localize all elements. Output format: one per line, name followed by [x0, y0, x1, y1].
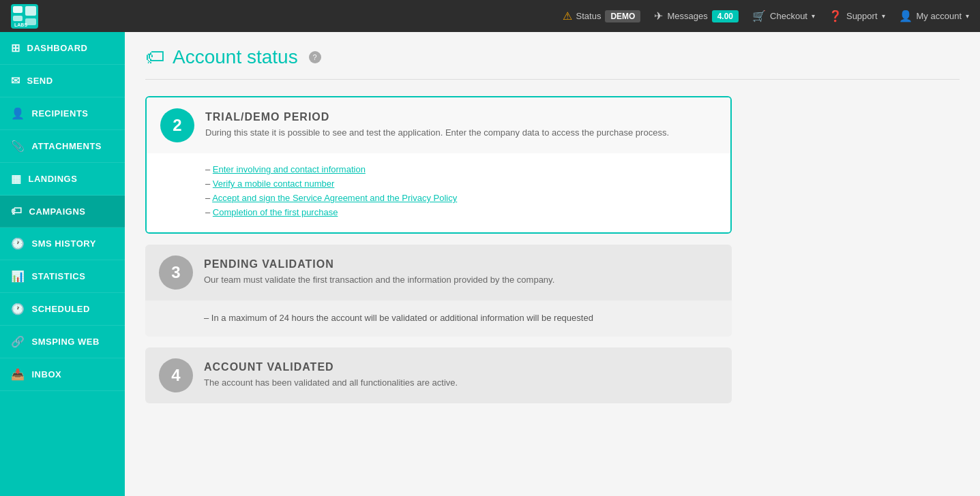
- step-2-title: TRIAL/DEMO PERIOD: [205, 111, 717, 123]
- step-2-link-2: – Verify a mobile contact number: [205, 179, 717, 189]
- sidebar-label-campaigns: CAMPAIGNS: [29, 206, 86, 217]
- attachments-icon: 📎: [11, 140, 25, 153]
- sidebar-item-send[interactable]: ✉ SEND: [0, 65, 125, 97]
- main-layout: ⊞ DASHBOARD ✉ SEND 👤 RECIPIENTS 📎 ATTACH…: [0, 32, 980, 496]
- step-3-body: – In a maximum of 24 hours the account w…: [145, 300, 732, 337]
- logo-icon: LABS: [11, 4, 38, 29]
- inbox-icon: 📥: [11, 368, 25, 381]
- status-indicator: ⚠ Status DEMO: [563, 10, 641, 22]
- page-header: 🏷 Account status ?: [145, 46, 960, 80]
- landings-icon: ▦: [11, 172, 22, 185]
- link-verify-mobile[interactable]: Verify a mobile contact number: [213, 179, 334, 189]
- link-involving-contact[interactable]: Enter involving and contact information: [213, 164, 366, 174]
- sidebar-item-sms-history[interactable]: 🕐 SMS HISTORY: [0, 228, 125, 260]
- warning-icon: ⚠: [563, 10, 572, 22]
- step-2-description: During this state it is possible to see …: [205, 126, 717, 140]
- dashboard-icon: ⊞: [11, 42, 20, 55]
- step-3-number: 3: [159, 255, 193, 290]
- checkout-icon: 🛒: [752, 10, 766, 22]
- svg-rect-2: [25, 6, 36, 16]
- step-3-description: Our team must validate the first transac…: [204, 273, 718, 287]
- send-icon: ✉: [11, 74, 20, 87]
- sidebar-label-inbox: INBOX: [32, 369, 62, 379]
- recipients-icon: 👤: [11, 107, 25, 120]
- step-2-link-3: – Accept and sign the Service Agreement …: [205, 193, 717, 203]
- main-content: 🏷 Account status ? 2 TRIAL/DEMO PERIOD D…: [125, 32, 980, 496]
- messages-nav[interactable]: ✈ Messages 4.00: [654, 10, 739, 22]
- step-4-description: The account has been validated and all f…: [204, 376, 718, 390]
- step-4-header: 4 ACCOUNT VALIDATED The account has been…: [145, 347, 732, 403]
- topbar: LABS ⚠ Status DEMO ✈ Messages 4.00 🛒 Che…: [0, 0, 980, 32]
- step-2-link-1: – Enter involving and contact informatio…: [205, 164, 717, 174]
- scheduled-icon: 🕐: [11, 303, 25, 315]
- sidebar-label-send: SEND: [27, 76, 53, 86]
- step-4-title: ACCOUNT VALIDATED: [204, 361, 718, 373]
- sidebar-item-campaigns[interactable]: 🏷 CAMPAIGNS: [0, 196, 125, 228]
- myaccount-label: My account: [917, 11, 962, 21]
- topbar-right: ⚠ Status DEMO ✈ Messages 4.00 🛒 Checkout…: [563, 10, 969, 22]
- step-2-title-block: TRIAL/DEMO PERIOD During this state it i…: [205, 111, 717, 140]
- sidebar-item-smsping-web[interactable]: 🔗 SMSPING WEB: [0, 326, 125, 358]
- step-4-title-block: ACCOUNT VALIDATED The account has been v…: [204, 361, 718, 390]
- account-icon: 👤: [899, 10, 912, 22]
- checkout-label: Checkout: [770, 11, 807, 21]
- status-badge: DEMO: [605, 10, 640, 22]
- sidebar-item-recipients[interactable]: 👤 RECIPIENTS: [0, 97, 125, 130]
- status-label: Status: [576, 11, 602, 21]
- campaigns-icon: 🏷: [11, 205, 23, 217]
- svg-rect-1: [13, 16, 23, 21]
- page-title: Account status: [173, 46, 298, 68]
- messages-count: 4.00: [712, 10, 739, 22]
- help-icon[interactable]: ?: [309, 51, 321, 63]
- sidebar: ⊞ DASHBOARD ✉ SEND 👤 RECIPIENTS 📎 ATTACH…: [0, 32, 125, 496]
- sidebar-item-landings[interactable]: ▦ LANDINGS: [0, 163, 125, 196]
- sidebar-label-scheduled: SCHEDULED: [32, 304, 90, 314]
- link-service-agreement[interactable]: Accept and sign the Service Agreement an…: [212, 193, 457, 203]
- step-3-title: PENDING VALIDATION: [204, 258, 718, 270]
- sidebar-label-attachments: ATTACHMENTS: [32, 141, 102, 151]
- step-2-body: – Enter involving and contact informatio…: [147, 153, 730, 232]
- sidebar-label-statistics: STATISTICS: [32, 271, 86, 281]
- logo[interactable]: LABS: [11, 4, 38, 29]
- account-status-icon: 🏷: [145, 46, 164, 68]
- sidebar-item-attachments[interactable]: 📎 ATTACHMENTS: [0, 130, 125, 163]
- sidebar-item-dashboard[interactable]: ⊞ DASHBOARD: [0, 32, 125, 65]
- sms-history-icon: 🕐: [11, 237, 25, 250]
- steps-container: 2 TRIAL/DEMO PERIOD During this state it…: [145, 96, 732, 403]
- link-first-purchase[interactable]: Completion of the first purchase: [213, 207, 338, 217]
- sidebar-label-dashboard: DASHBOARD: [27, 43, 88, 53]
- sidebar-item-inbox[interactable]: 📥 INBOX: [0, 358, 125, 391]
- sidebar-label-landings: LANDINGS: [29, 174, 78, 184]
- sidebar-label-sms-history: SMS HISTORY: [32, 238, 96, 249]
- messages-icon: ✈: [654, 10, 663, 22]
- svg-rect-0: [13, 6, 23, 13]
- step-2-link-4: – Completion of the first purchase: [205, 207, 717, 217]
- step-2-number: 2: [160, 108, 194, 142]
- sidebar-label-smsping-web: SMSPING WEB: [32, 337, 100, 347]
- smsping-icon: 🔗: [11, 335, 25, 348]
- support-icon: ❓: [829, 10, 842, 22]
- myaccount-nav[interactable]: 👤 My account: [899, 10, 969, 22]
- step-2-card: 2 TRIAL/DEMO PERIOD During this state it…: [145, 96, 732, 234]
- support-nav[interactable]: ❓ Support: [829, 10, 885, 22]
- messages-label: Messages: [667, 11, 707, 21]
- step-2-header: 2 TRIAL/DEMO PERIOD During this state it…: [147, 97, 730, 153]
- sidebar-item-statistics[interactable]: 📊 STATISTICS: [0, 260, 125, 293]
- step-4-card: 4 ACCOUNT VALIDATED The account has been…: [145, 347, 732, 403]
- step-3-body-text: – In a maximum of 24 hours the account w…: [204, 311, 718, 326]
- statistics-icon: 📊: [11, 270, 25, 283]
- svg-text:LABS: LABS: [14, 22, 27, 27]
- step-3-card: 3 PENDING VALIDATION Our team must valid…: [145, 245, 732, 337]
- support-label: Support: [846, 11, 878, 21]
- step-3-title-block: PENDING VALIDATION Our team must validat…: [204, 258, 718, 287]
- sidebar-item-scheduled[interactable]: 🕐 SCHEDULED: [0, 293, 125, 326]
- step-3-header: 3 PENDING VALIDATION Our team must valid…: [145, 245, 732, 300]
- sidebar-label-recipients: RECIPIENTS: [32, 108, 89, 119]
- checkout-nav[interactable]: 🛒 Checkout: [752, 10, 815, 22]
- step-4-number: 4: [159, 358, 193, 392]
